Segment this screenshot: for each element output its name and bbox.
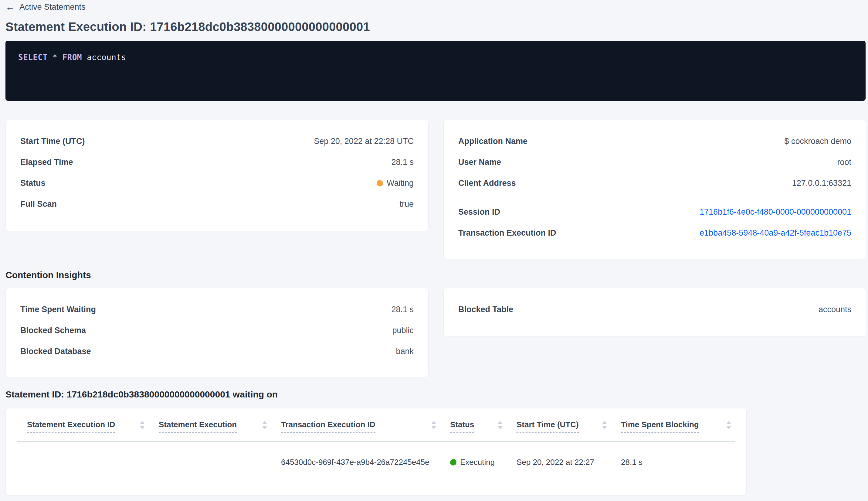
- status-text: Waiting: [387, 179, 414, 188]
- detail-row-time-spent-waiting: Time Spent Waiting 28.1 s: [20, 299, 414, 320]
- waiting-on-table: Statement Execution ID Statement Executi…: [6, 408, 747, 495]
- cell-transaction-execution-id: 64530d0c-969f-437e-a9b4-26a72245e45e: [281, 458, 450, 467]
- column-header-statement-execution[interactable]: Statement Execution: [159, 420, 281, 433]
- column-header-status[interactable]: Status: [450, 420, 517, 433]
- detail-row-client-address: Client Address 127.0.0.1:63321: [458, 173, 851, 194]
- row-value: root: [837, 158, 851, 167]
- detail-row-user-name: User Name root: [458, 152, 851, 173]
- status-text: Executing: [460, 458, 495, 467]
- statement-summary-card: Start Time (UTC) Sep 20, 2022 at 22:28 U…: [6, 120, 428, 231]
- detail-row-application-name: Application Name $ cockroach demo: [458, 131, 851, 152]
- row-label: Blocked Schema: [20, 326, 86, 335]
- back-arrow-icon: ←: [6, 2, 14, 12]
- sort-icon[interactable]: [431, 421, 436, 429]
- sort-icon[interactable]: [726, 421, 731, 429]
- column-header-start-time[interactable]: Start Time (UTC): [517, 420, 621, 433]
- detail-row-start-time: Start Time (UTC) Sep 20, 2022 at 22:28 U…: [20, 131, 414, 152]
- row-label: Transaction Execution ID: [458, 228, 556, 238]
- sql-keyword: FROM: [62, 53, 82, 62]
- table-row: 64530d0c-969f-437e-a9b4-26a72245e45e Exe…: [17, 442, 735, 483]
- row-label: Application Name: [458, 137, 528, 146]
- column-header-label: Start Time (UTC): [517, 420, 579, 433]
- waiting-on-heading: Statement ID: 1716b218dc0b38380000000000…: [6, 388, 866, 401]
- cell-start-time: Sep 20, 2022 at 22:27: [517, 458, 621, 467]
- sort-icon[interactable]: [498, 421, 502, 429]
- row-value: accounts: [818, 305, 851, 314]
- detail-row-blocked-database: Blocked Database bank: [20, 341, 414, 362]
- statement-execution-detail-page: ← Active Statements Statement Execution …: [0, 0, 868, 501]
- row-label: Elapsed Time: [20, 158, 73, 167]
- session-summary-card: Application Name $ cockroach demo User N…: [443, 120, 866, 259]
- sort-icon[interactable]: [140, 421, 145, 429]
- contention-details-card: Time Spent Waiting 28.1 s Blocked Schema…: [6, 288, 428, 377]
- row-label: Blocked Table: [458, 305, 513, 314]
- row-label: Full Scan: [20, 200, 57, 209]
- column-header-label: Status: [450, 420, 474, 433]
- card-divider: [458, 197, 851, 198]
- status-waiting-dot-icon: [377, 180, 383, 186]
- row-value: bank: [396, 347, 414, 356]
- detail-row-full-scan: Full Scan true: [20, 194, 414, 215]
- table-header-row: Statement Execution ID Statement Executi…: [17, 408, 735, 442]
- column-header-label: Statement Execution: [159, 420, 237, 433]
- sql-keyword: SELECT: [18, 53, 48, 62]
- back-link-active-statements[interactable]: ← Active Statements: [6, 0, 86, 12]
- sort-icon[interactable]: [602, 421, 607, 429]
- row-label: Status: [20, 179, 45, 188]
- back-link-label: Active Statements: [19, 2, 86, 12]
- contention-insights-heading: Contention Insights: [6, 269, 866, 281]
- sort-icon[interactable]: [262, 421, 267, 429]
- column-header-label: Transaction Execution ID: [281, 420, 376, 433]
- detail-row-status: Status Waiting: [20, 173, 414, 194]
- row-value: true: [399, 200, 414, 209]
- contention-cards-row: Time Spent Waiting 28.1 s Blocked Schema…: [6, 288, 866, 377]
- row-label: User Name: [458, 158, 501, 167]
- status-value: Waiting: [377, 179, 414, 188]
- status-executing-dot-icon: [450, 459, 456, 466]
- detail-row-blocked-table: Blocked Table accounts: [458, 299, 851, 320]
- detail-row-elapsed-time: Elapsed Time 28.1 s: [20, 152, 414, 173]
- summary-cards-row: Start Time (UTC) Sep 20, 2022 at 22:28 U…: [6, 120, 866, 259]
- session-id-link[interactable]: 1716b1f6-4e0c-f480-0000-000000000001: [699, 207, 851, 217]
- row-label: Time Spent Waiting: [20, 305, 96, 314]
- row-value: 28.1 s: [391, 305, 414, 314]
- column-header-statement-execution-id[interactable]: Statement Execution ID: [17, 420, 159, 433]
- page-title: Statement Execution ID: 1716b218dc0b3838…: [6, 19, 866, 34]
- transaction-execution-id-link[interactable]: e1bba458-5948-40a9-a42f-5feac1b10e75: [699, 228, 851, 238]
- row-label: Start Time (UTC): [20, 137, 85, 146]
- cell-time-spent-blocking: 28.1 s: [621, 458, 735, 467]
- row-value: Sep 20, 2022 at 22:28 UTC: [314, 137, 414, 146]
- blocked-table-card: Blocked Table accounts: [443, 288, 866, 337]
- cell-status: Executing: [450, 458, 517, 467]
- sql-operator: *: [53, 53, 57, 62]
- column-header-label: Statement Execution ID: [27, 420, 115, 433]
- row-label: Client Address: [458, 179, 516, 188]
- column-header-transaction-execution-id[interactable]: Transaction Execution ID: [281, 420, 450, 433]
- detail-row-blocked-schema: Blocked Schema public: [20, 320, 414, 341]
- row-value: $ cockroach demo: [784, 137, 851, 146]
- sql-statement-box: SELECT * FROM accounts: [6, 41, 866, 101]
- detail-row-transaction-execution-id: Transaction Execution ID e1bba458-5948-4…: [458, 223, 851, 244]
- column-header-label: Time Spent Blocking: [621, 420, 699, 433]
- sql-table-name: accounts: [87, 53, 126, 62]
- row-value: public: [392, 326, 414, 335]
- column-header-time-spent-blocking[interactable]: Time Spent Blocking: [621, 420, 735, 433]
- detail-row-session-id: Session ID 1716b1f6-4e0c-f480-0000-00000…: [458, 202, 851, 223]
- row-value: 127.0.0.1:63321: [792, 179, 851, 188]
- row-label: Blocked Database: [20, 347, 91, 356]
- row-label: Session ID: [458, 207, 500, 217]
- row-value: 28.1 s: [391, 158, 414, 167]
